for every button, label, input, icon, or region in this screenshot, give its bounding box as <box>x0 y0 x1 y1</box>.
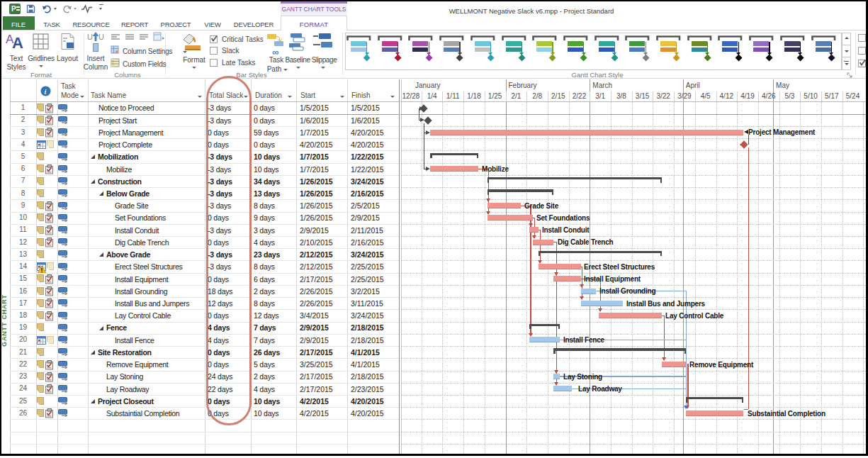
svg-text:i: i <box>45 87 47 95</box>
svg-text:*: * <box>115 50 118 56</box>
